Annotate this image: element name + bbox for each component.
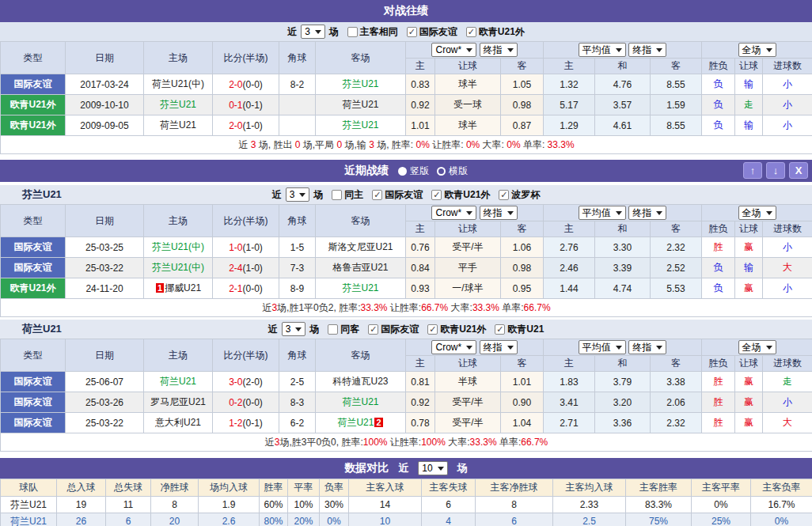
comparison-value-cell-1: 11 (106, 497, 151, 513)
layout-radio-0[interactable]: 竖版 (398, 165, 429, 178)
close-icon[interactable]: X (789, 162, 808, 179)
h2h-col-header-5: 客场 (316, 42, 406, 74)
check-icon: ✓ (370, 325, 377, 334)
team1-filter-checkbox-3[interactable]: ✓欧青U21 (495, 323, 544, 336)
comparison-near-label: 近 (398, 461, 408, 475)
corner-cell: 1-5 (279, 237, 316, 258)
team1-col-header-3: 比分(半场) (213, 339, 279, 372)
h2h-sub-header-3: 主 (544, 59, 595, 74)
team1-filter-checkbox-3-box[interactable]: ✓ (495, 324, 505, 335)
date-cell: 25-03-22 (66, 258, 144, 278)
away-team-cell: 芬兰U21 (316, 115, 406, 136)
arrow-down-icon[interactable]: ↓ (766, 162, 785, 179)
h2h-summary-row: 近 3 场, 胜出 0 场,平局 0 场,输 3 场, 胜率: 0% 让胜率: … (1, 136, 812, 154)
team0-col-header-3: 比分(半场) (213, 205, 279, 237)
home-team-cell: 荷兰U21 (144, 372, 213, 392)
home-team-cell: 芬兰U21(中) (144, 258, 213, 278)
team1-scope-select[interactable]: 全场 (738, 340, 776, 354)
h2h-filter-checkbox-0-box[interactable] (347, 27, 358, 37)
team0-filter-checkbox-0-box[interactable] (332, 190, 342, 200)
h2h-final-average-select[interactable]: 终指 (628, 43, 666, 57)
avg-draw-cell: 3.39 (595, 258, 651, 278)
result-wdl-cell: 胜 (702, 392, 735, 413)
team0-filter-checkbox-2[interactable]: ✓欧青U21外 (431, 188, 490, 202)
arrow-up-icon[interactable]: ↑ (743, 162, 762, 179)
home-team-cell: 芬兰U21(中) (144, 237, 213, 258)
match-row: 国际友谊25-03-26罗马尼亚U210-2(0-0)8-3荷兰U210.92受… (1, 392, 812, 413)
h2h-final-odds-select[interactable]: 终指 (480, 43, 518, 57)
home-team-name: 荷兰U21 (160, 376, 196, 387)
layout-radio-1[interactable]: 横版 (437, 165, 468, 178)
comparison-value-cell-5: 20% (288, 513, 320, 526)
h2h-title-bar: 对战往绩 (0, 0, 812, 22)
home-team-cell: 意大利U21 (144, 413, 213, 433)
result-value: 负 (714, 78, 723, 89)
h2h-table: 类型日期主场比分(半场)角球客场Crow* 终指平均值 终指全场主让球客主和客胜… (0, 41, 812, 154)
team-section-bar: 芬兰U21近3场同主✓国际友谊✓欧青U21外✓波罗杯 (0, 185, 812, 204)
team0-filter-checkbox-1[interactable]: ✓国际友谊 (372, 188, 423, 202)
h2h-average-select[interactable]: 平均值 (579, 43, 626, 57)
recent-title-bar: 近期战绩 竖版横版 ↑↓X (0, 160, 812, 182)
h2h-filter-checkbox-2-box[interactable]: ✓ (466, 27, 476, 37)
result-goals-cell: 小 (763, 74, 812, 95)
match-row: 欧青U21外2009-10-10芬兰U210-1(0-1)荷兰U210.92受一… (1, 95, 812, 115)
comparison-col-header-12: 主客胜率 (626, 479, 692, 497)
radio-selected-icon[interactable] (398, 167, 407, 176)
team1-filter-checkbox-1-box[interactable]: ✓ (368, 324, 378, 335)
halftime-score: (0-0) (243, 283, 263, 294)
comparison-value-cell-2: 20 (151, 513, 199, 526)
team0-filter-checkbox-3-box[interactable]: ✓ (499, 190, 509, 200)
team0-filter-checkbox-1-box[interactable]: ✓ (372, 190, 382, 200)
h2h-filter-checkbox-2[interactable]: ✓欧青U21外 (466, 25, 525, 39)
home-team-cell: 芬兰U21 (144, 95, 213, 115)
h2h-filter-checkbox-0[interactable]: 主客相同 (347, 25, 398, 39)
team0-filter-games-select[interactable]: 3 (286, 187, 310, 202)
team0-final-odds-select[interactable]: 终指 (480, 206, 518, 220)
team0-average-select[interactable]: 平均值 (579, 206, 626, 220)
team0-filter-checkbox-0[interactable]: 同主 (332, 188, 363, 202)
result-wdl-cell: 负 (702, 258, 735, 278)
team1-final-average-select[interactable]: 终指 (628, 340, 666, 354)
result-wdl-cell: 负 (702, 278, 735, 299)
team1-average-select[interactable]: 平均值 (579, 340, 626, 354)
h2h-bookmaker-select[interactable]: Crow* (431, 43, 476, 57)
team1-filter-checkbox-1[interactable]: ✓国际友谊 (368, 323, 419, 336)
check-icon: ✓ (496, 325, 503, 334)
summary-segment: 0% (507, 139, 520, 150)
team0-filter-checkbox-2-box[interactable]: ✓ (431, 190, 442, 200)
odds-line-cell: 受平/半 (435, 237, 501, 258)
team1-filter-checkbox-0[interactable]: 同客 (328, 323, 359, 336)
team1-filter-checkbox-0-box[interactable] (328, 324, 338, 335)
summary-segment: 场,胜1平0负2, 胜率: (277, 302, 360, 313)
team0-final-average-select[interactable]: 终指 (628, 206, 666, 220)
result-wdl-cell: 负 (702, 115, 735, 136)
team1-summary-row: 近3场,胜3平0负0, 胜率:100% 让胜率:100% 大率:33.3% 单率… (1, 433, 812, 452)
team1-final-odds-select[interactable]: 终指 (480, 340, 518, 354)
corner-cell: 7-3 (279, 258, 316, 278)
team1-filter-checkbox-2[interactable]: ✓欧青U21外 (427, 323, 486, 336)
odds-away-cell: 0.87 (501, 115, 544, 136)
comparison-col-header-2: 总失球 (106, 479, 151, 497)
comparison-col-header-7: 负率 (320, 479, 349, 497)
h2h-scope-select[interactable]: 全场 (738, 43, 776, 57)
team1-filter-games-select[interactable]: 3 (282, 322, 306, 336)
h2h-filter-games-select[interactable]: 3 (301, 25, 325, 39)
team0-bookmaker-select[interactable]: Crow* (431, 206, 476, 220)
avg-draw-cell: 4.74 (595, 278, 651, 299)
comparison-games-select[interactable]: 10 (418, 461, 447, 475)
team1-bookmaker-select-value: Crow* (435, 342, 461, 353)
team1-filter-checkbox-2-box[interactable]: ✓ (427, 324, 438, 335)
team1-bookmaker-select[interactable]: Crow* (431, 340, 476, 354)
h2h-filter-checkbox-1[interactable]: ✓国际友谊 (407, 25, 457, 39)
chevron-down-icon (507, 48, 514, 55)
radio-unselected-icon[interactable] (437, 167, 446, 176)
team0-filter-checkbox-3[interactable]: ✓波罗杯 (499, 188, 540, 202)
result-value: 小 (783, 78, 792, 89)
h2h-filter-checkbox-1-box[interactable]: ✓ (407, 27, 417, 37)
team1-filter-checkbox-3-label: 欧青U21 (507, 323, 544, 336)
team0-sub-header-1: 让球 (435, 221, 501, 237)
corner-cell: 8-3 (279, 392, 316, 413)
summary-segment: 33.3% (360, 302, 387, 313)
team1-sub-header-0: 主 (406, 356, 435, 372)
team0-scope-select[interactable]: 全场 (738, 206, 776, 220)
